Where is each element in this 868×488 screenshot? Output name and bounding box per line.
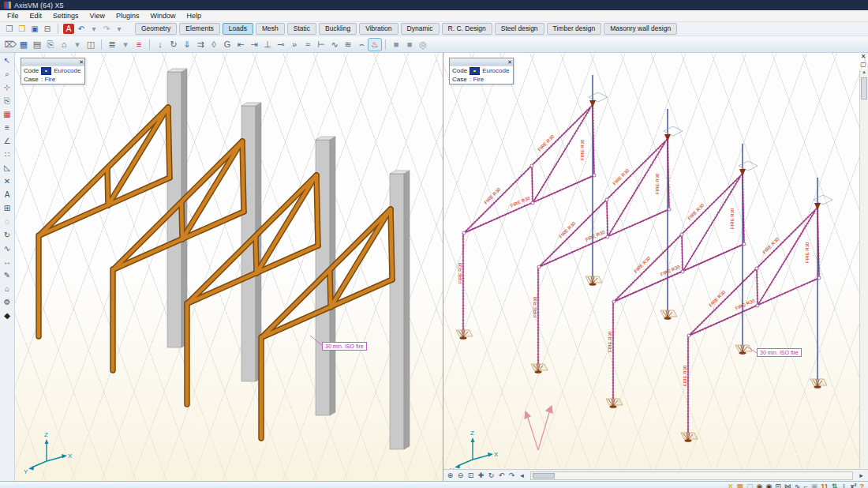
selection-square-2-icon[interactable]: ■	[403, 39, 416, 51]
page-icon[interactable]: ▢	[746, 482, 754, 488]
color-coding-icon[interactable]: ▦	[1, 108, 13, 121]
superscript-icon[interactable]: x²	[850, 482, 856, 488]
tab[interactable]: Steel design	[495, 23, 544, 35]
load-table-icon[interactable]: ▤	[31, 39, 43, 51]
menu-item[interactable]: Window	[144, 12, 181, 20]
set-square-icon[interactable]: ◺	[1, 162, 13, 175]
undo-dropdown-icon[interactable]: ▾	[88, 24, 99, 34]
horizontal-scroll-thumb[interactable]	[533, 473, 555, 479]
solid-diamond-icon[interactable]: ◆	[1, 310, 13, 322]
length-dim-icon[interactable]: ⇤	[234, 39, 247, 51]
thermal-load-icon[interactable]: ≈	[301, 39, 314, 51]
tab[interactable]: Timber design	[547, 23, 602, 35]
load-group-icon[interactable]: ≡	[133, 39, 145, 51]
center-icon[interactable]: ⊡	[775, 482, 781, 488]
seismic-load-icon[interactable]: ≋	[342, 39, 354, 51]
point-load-icon[interactable]: ↓	[154, 39, 166, 51]
moving-load-icon[interactable]: »	[288, 39, 301, 51]
pan-icon[interactable]: ✚	[477, 471, 485, 480]
scroll-left-icon[interactable]: ◂	[518, 471, 526, 480]
new-file-icon[interactable]: ❐	[4, 24, 15, 34]
horizontal-scrollbar[interactable]	[530, 471, 853, 480]
dimension-text-icon[interactable]: A	[1, 189, 13, 201]
node-support-load-icon[interactable]: ⊥	[261, 39, 274, 51]
load-panel-icon[interactable]: ≣	[106, 39, 118, 51]
viewport-left[interactable]: ✕ Code Eurocode Case : Fire 30 min. ISO …	[15, 53, 443, 481]
parts-icon[interactable]: ⌂	[1, 283, 13, 295]
tension-load-icon[interactable]: ⊢	[315, 39, 327, 51]
tab[interactable]: Mesh	[256, 23, 285, 35]
tab[interactable]: Static	[287, 23, 316, 35]
workplane-icon[interactable]: ⊞	[1, 202, 13, 215]
menu-item[interactable]: Edit	[24, 12, 48, 20]
infobox-close-icon[interactable]: ✕	[507, 58, 512, 66]
render-options-icon[interactable]: ◎	[417, 39, 429, 51]
node-snap-icon[interactable]: ⋈	[784, 482, 791, 488]
vertical-scroll-thumb[interactable]	[861, 77, 867, 99]
viewport-right[interactable]: ✕ Code Eurocode Case : Fire 30 min. ISO …	[443, 53, 868, 481]
angle-snap-icon[interactable]: ⌐	[803, 482, 807, 488]
edit-icon[interactable]: ✎	[1, 269, 13, 282]
tab[interactable]: Loads	[223, 23, 253, 35]
tab[interactable]: Dynamic	[401, 23, 440, 35]
polyline-icon[interactable]: ∿	[1, 242, 13, 255]
self-weight-icon[interactable]: G	[221, 39, 234, 51]
open-file-icon[interactable]: ❒	[17, 24, 28, 34]
scroll-up-icon[interactable]: ▲	[862, 69, 866, 74]
grid-snap-icon[interactable]: ∷	[1, 148, 13, 161]
tab[interactable]: Elements	[179, 23, 219, 35]
report-maker-icon[interactable]: ⎘	[44, 39, 57, 51]
circle-select-icon[interactable]: ◌	[1, 216, 13, 228]
settings-icon[interactable]: ⚙	[1, 296, 13, 309]
rotate-view-icon[interactable]: ↻	[487, 471, 496, 480]
spectrum-icon[interactable]: ⌢	[355, 39, 368, 51]
mesh-display-icon[interactable]: ▦	[737, 482, 744, 488]
pointer-icon[interactable]: ↖	[1, 54, 13, 67]
delete-icon[interactable]: ✕	[1, 175, 13, 188]
influence-line-icon[interactable]: ∿	[328, 39, 341, 51]
load-panel-dropdown-icon[interactable]: ▾	[119, 39, 132, 51]
help-icon[interactable]: ?	[860, 482, 865, 488]
eraser-icon[interactable]: ⌦	[4, 39, 17, 51]
zoom-in-icon[interactable]: ⊕	[446, 471, 455, 480]
infobox-titlebar[interactable]: ✕	[450, 58, 513, 66]
load-cases-icon[interactable]: ▦	[17, 39, 30, 51]
infobox-titlebar[interactable]: ✕	[21, 58, 84, 66]
tab[interactable]: Vibration	[359, 23, 398, 35]
save-icon[interactable]: ▣	[29, 24, 40, 34]
copy-options-icon[interactable]: ⎘	[1, 95, 13, 107]
view-redo-icon[interactable]: ↷	[507, 471, 516, 480]
node-tool-icon[interactable]: ⊹	[1, 81, 13, 94]
dimension-line-icon[interactable]: ↔	[1, 256, 13, 268]
plane-icon[interactable]: ▣	[811, 482, 818, 488]
menu-item[interactable]: Plugins	[110, 12, 145, 20]
binoculars-icon[interactable]: ◉	[757, 482, 763, 488]
infobox-close-icon[interactable]: ✕	[79, 58, 84, 66]
tab[interactable]: Geometry	[135, 23, 177, 35]
moment-load-icon[interactable]: ↻	[167, 39, 180, 51]
curve-snap-icon[interactable]: ∿	[795, 482, 801, 488]
line-tool-icon[interactable]: ≡	[1, 122, 13, 134]
perpendicular-icon[interactable]: ⊥	[840, 482, 847, 488]
panel-close-icon[interactable]: ✕	[861, 53, 866, 61]
menu-item[interactable]: Settings	[47, 12, 84, 20]
beam-load-icon[interactable]: ⊸	[275, 39, 287, 51]
zoom-fit-icon[interactable]: ⊡	[466, 471, 475, 480]
panel-restore-icon[interactable]: ▢	[860, 61, 866, 69]
tab[interactable]: Masonry wall design	[604, 23, 677, 35]
rotate-icon[interactable]: ↻	[1, 229, 13, 242]
surface-load-icon[interactable]: ◊	[208, 39, 220, 51]
zoom-out-icon[interactable]: ⊖	[456, 471, 465, 480]
view-undo-icon[interactable]: ↶	[497, 471, 506, 480]
tab[interactable]: R. C. Design	[442, 23, 492, 35]
menu-item[interactable]: View	[84, 12, 110, 20]
vertical-scrollbar[interactable]: ▲	[859, 69, 868, 470]
numbering-icon[interactable]: 11	[821, 482, 829, 488]
camera-icon[interactable]: ◉	[765, 482, 772, 488]
redo-dropdown-icon[interactable]: ▾	[114, 24, 125, 34]
undo-icon[interactable]: ↶	[76, 24, 87, 34]
selection-square-icon[interactable]: ■	[390, 39, 402, 51]
line-load-icon[interactable]: ⇓	[181, 39, 193, 51]
fault-dim-icon[interactable]: ⇥	[248, 39, 260, 51]
drawings-library-icon[interactable]: ⌂	[58, 39, 70, 51]
